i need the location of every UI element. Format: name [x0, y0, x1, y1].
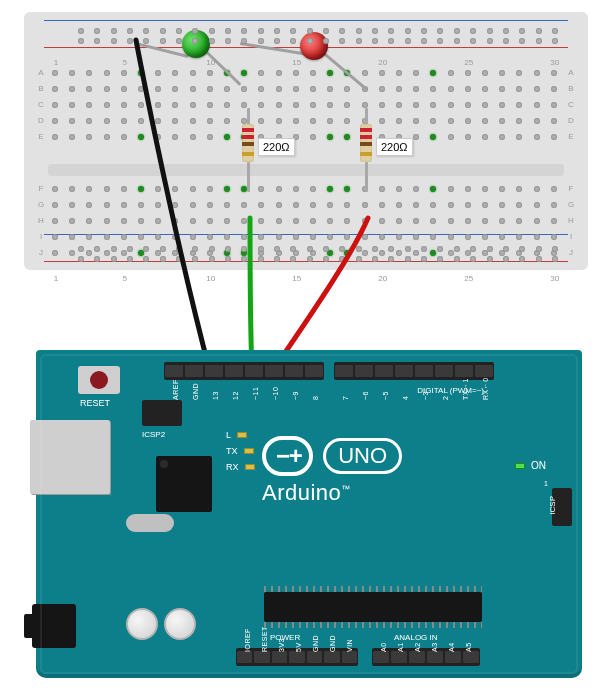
header-digital-left[interactable] [164, 362, 324, 380]
pin-label-analog: A4 [448, 642, 455, 652]
pin-label-analog: A5 [465, 642, 472, 652]
atmega16u2-chip [156, 456, 212, 512]
pin-label-power: RESET [261, 626, 268, 652]
arduino-logo: − + UNO Arduino™ [262, 436, 402, 506]
pin-label-digital: ~5 [382, 391, 389, 400]
led-green [182, 30, 210, 58]
pin-label-digital: ~3 [422, 391, 429, 400]
resistor-1 [242, 124, 254, 162]
header-analog[interactable] [372, 648, 480, 666]
reset-label: RESET [80, 398, 110, 408]
resistor-2 [360, 124, 372, 162]
pin-label-digital: 4 [402, 396, 409, 400]
resistor-1-label: 220Ω [258, 138, 295, 156]
icsp2-header[interactable] [142, 400, 182, 426]
header-digital-right[interactable] [334, 362, 494, 380]
uno-badge: UNO [323, 438, 402, 474]
breadboard-strip-upper: AABBCCDDEE [52, 68, 560, 154]
pin-label-power: IOREF [244, 628, 251, 652]
led-ON-icon [515, 463, 525, 469]
analog-section-label: ANALOG IN [394, 633, 438, 642]
resistor-2-lead-bot [365, 162, 368, 192]
led-L-label: L [226, 430, 231, 440]
pin-label-digital: ~6 [362, 391, 369, 400]
power-jack[interactable] [32, 604, 76, 648]
pin-label-digital: ~11 [252, 387, 259, 400]
pin-label-digital: TX→1 [462, 378, 469, 400]
led-red [300, 32, 328, 60]
led-RX-label: RX [226, 462, 239, 472]
pin-label-power: 3V3 [278, 638, 285, 652]
brand-text: Arduino [262, 480, 341, 505]
capacitor-2 [164, 608, 196, 640]
pin-label-analog: A2 [414, 642, 421, 652]
pin-label-digital: RX←0 [482, 377, 489, 400]
pin-label-digital: AREF [172, 379, 179, 400]
on-led: ON [515, 460, 546, 471]
digital-section-label: DIGITAL (PWM=~) [417, 386, 484, 395]
pin-label-digital: ~9 [292, 391, 299, 400]
capacitor-1 [126, 608, 158, 640]
reset-button[interactable] [78, 366, 120, 394]
pin-label-digital: 8 [312, 396, 319, 400]
arduino-uno-board: AREFGND1312~11~10~987~6~54~32TX→1RX←0 DI… [36, 350, 582, 678]
led-TX-label: TX [226, 446, 238, 456]
pin-label-analog: A0 [380, 642, 387, 652]
led-TX-icon [244, 448, 254, 454]
pin-label-digital: 13 [212, 391, 219, 400]
icsp-label: ICSP [548, 496, 557, 515]
usb-port[interactable] [30, 420, 110, 494]
pin-label-power: 5V [295, 642, 302, 652]
pin-label-digital: 2 [442, 396, 449, 400]
resistor-1-lead-bot [247, 162, 250, 192]
infinity-icon: − + [262, 436, 313, 476]
led-L-icon [237, 432, 247, 438]
breadboard-trough [48, 164, 564, 176]
pin-label-analog: A3 [431, 642, 438, 652]
icsp-one-label: 1 [544, 480, 548, 487]
pin-label-power: VIN [346, 639, 353, 652]
pin-label-power: GND [312, 635, 319, 652]
power-section-label: POWER [270, 633, 300, 642]
atmega328p-chip [264, 592, 482, 622]
pin-label-digital: ~10 [272, 387, 279, 400]
led-RX-icon [245, 464, 255, 470]
pin-label-digital: 12 [232, 391, 239, 400]
resistor-2-label: 220Ω [376, 138, 413, 156]
led-ON-label: ON [531, 460, 546, 471]
crystal-oscillator [126, 514, 174, 532]
icsp2-label: ICSP2 [142, 430, 165, 439]
breadboard: AABBCCDDEE FFGGHHIIJJ 220Ω 220Ω 11551010… [24, 12, 588, 270]
pin-label-digital: GND [192, 383, 199, 400]
header-power[interactable] [236, 648, 358, 666]
pin-label-digital: 7 [342, 396, 349, 400]
pin-label-power: GND [329, 635, 336, 652]
icsp-header[interactable] [552, 488, 572, 526]
pin-label-analog: A1 [397, 642, 404, 652]
status-leds: L TX RX [226, 430, 255, 478]
